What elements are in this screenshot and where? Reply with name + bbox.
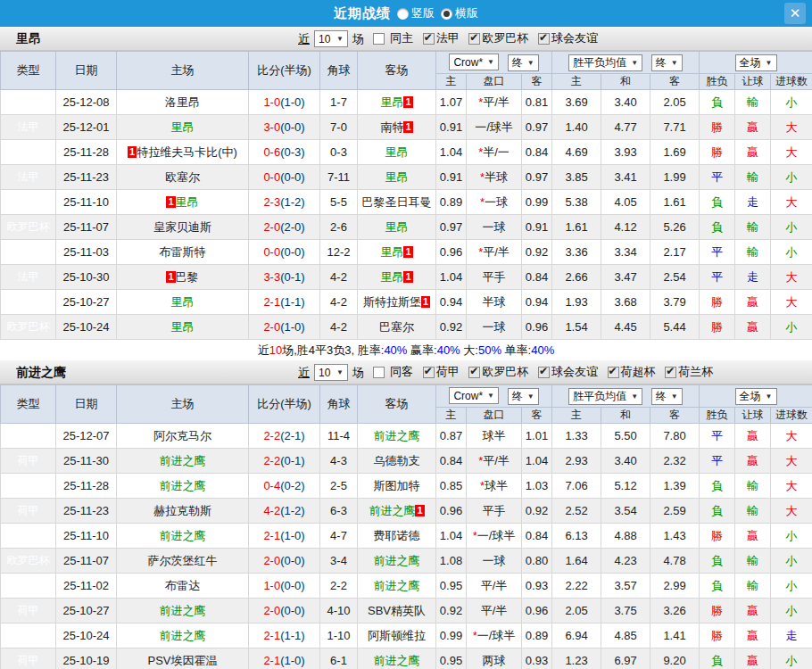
- away-team-cell[interactable]: 斯特拉斯堡1: [358, 290, 436, 315]
- away-team-cell[interactable]: 里昂1: [358, 240, 436, 265]
- away-team-cell[interactable]: 前进之鹰: [358, 424, 436, 449]
- away-team-cell[interactable]: 南特1: [358, 115, 436, 140]
- match-row[interactable]: 荷甲 25-10-19 PSV埃因霍温 2-1(1-0) 6-1 前进之鹰 0.…: [1, 648, 812, 669]
- match-row[interactable]: 荷甲 25-11-10 前进之鹰 2-1(1-0) 4-7 费耶诺德 1.04 …: [1, 524, 812, 549]
- match-row[interactable]: 法甲 25-10-27 里昂 2-1(1-1) 4-2 斯特拉斯堡1 0.94 …: [1, 290, 812, 315]
- home-team-cell[interactable]: 布雷达: [117, 574, 249, 599]
- away-team-cell[interactable]: 里昂: [358, 165, 436, 190]
- home-team-cell[interactable]: 里昂: [117, 315, 249, 340]
- avg-stage-select[interactable]: 终▼: [651, 54, 683, 71]
- away-team-cell[interactable]: 费耶诺德: [358, 524, 436, 549]
- filter-checkbox[interactable]: 欧罗巴杯: [462, 364, 528, 380]
- away-team-cell[interactable]: 前进之鹰: [358, 574, 436, 599]
- match-row[interactable]: 荷甲 25-11-23 赫拉克勒斯 4-2(1-2) 6-3 前进之鹰1 0.9…: [1, 499, 812, 524]
- checkbox-icon[interactable]: [373, 33, 385, 45]
- layout-radio-horizontal[interactable]: 横版: [441, 5, 478, 21]
- home-team-cell[interactable]: 1巴黎: [117, 265, 249, 290]
- checkbox-icon[interactable]: [608, 367, 619, 378]
- avg-type-select[interactable]: 胜平负均值▼: [568, 54, 642, 71]
- home-team-cell[interactable]: 前进之鹰: [117, 474, 249, 499]
- home-team-cell[interactable]: 里昂: [117, 115, 249, 140]
- filter-checkbox[interactable]: 同客: [364, 364, 413, 380]
- close-icon[interactable]: ✕: [784, 3, 806, 24]
- home-team-cell[interactable]: 里昂: [117, 290, 249, 315]
- home-team-cell[interactable]: 前进之鹰: [117, 449, 249, 474]
- checkbox-icon[interactable]: [538, 33, 550, 45]
- scope-select[interactable]: 全场▼: [735, 54, 777, 71]
- away-team-cell[interactable]: 巴黎圣日耳曼: [358, 190, 436, 215]
- away-team-cell[interactable]: 乌德勒支: [358, 449, 436, 474]
- home-team-cell[interactable]: 皇家贝迪斯: [117, 215, 249, 240]
- away-team-cell[interactable]: 前进之鹰: [358, 549, 436, 574]
- checkbox-icon[interactable]: [538, 367, 550, 378]
- away-team-cell[interactable]: 巴塞尔: [358, 315, 436, 340]
- odds-stage-select[interactable]: 终▼: [508, 54, 539, 71]
- away-team-cell[interactable]: 里昂1: [358, 90, 436, 115]
- filter-checkbox[interactable]: 球会友谊: [532, 364, 598, 380]
- radio-icon[interactable]: [441, 8, 452, 20]
- match-count-select[interactable]: 10▼: [314, 364, 348, 381]
- match-row[interactable]: 欧罗巴杯 25-10-24 前进之鹰 2-1(1-1) 1-10 阿斯顿维拉 0…: [1, 624, 812, 648]
- match-row[interactable]: 荷甲 25-11-02 布雷达 1-0(0-0) 2-2 前进之鹰 0.95 平…: [1, 574, 812, 599]
- checkbox-icon[interactable]: [468, 367, 480, 378]
- match-row[interactable]: 法甲 25-11-10 1里昂 2-3(1-2) 5-5 巴黎圣日耳曼 0.89…: [1, 190, 812, 215]
- home-team-cell[interactable]: 前进之鹰: [117, 599, 249, 624]
- match-row[interactable]: 欧罗巴杯 25-11-07 皇家贝迪斯 2-0(2-0) 2-6 里昂 0.97…: [1, 215, 812, 240]
- filter-checkbox[interactable]: 法甲: [417, 30, 460, 46]
- away-team-cell[interactable]: 斯图加特: [358, 474, 436, 499]
- away-team-cell[interactable]: 前进之鹰1: [358, 499, 436, 524]
- match-row[interactable]: 法甲 25-10-30 1巴黎 3-3(0-1) 4-2 里昂1 1.04 平手…: [1, 265, 812, 290]
- avg-lose-cell: 2.54: [650, 265, 700, 290]
- filter-checkbox[interactable]: 荷超杯: [601, 364, 656, 380]
- home-team-cell[interactable]: 洛里昂: [117, 90, 249, 115]
- match-row[interactable]: 荷甲 25-11-30 前进之鹰 2-2(0-1) 4-3 乌德勒支 0.84 …: [1, 449, 812, 474]
- home-team-cell[interactable]: 前进之鹰: [117, 624, 249, 648]
- odds-stage-select[interactable]: 终▼: [508, 388, 539, 405]
- away-team-cell[interactable]: SBV精英队: [358, 599, 436, 624]
- match-row[interactable]: 法甲 25-12-08 洛里昂 1-0(1-0) 1-7 里昂1 1.07 *平…: [1, 90, 812, 115]
- home-team-cell[interactable]: 萨尔茨堡红牛: [117, 549, 249, 574]
- match-row[interactable]: 荷甲 25-12-07 阿尔克马尔 2-2(2-1) 11-4 前进之鹰 0.8…: [1, 424, 812, 449]
- match-row[interactable]: 法甲 25-11-23 欧塞尔 0-0(0-0) 7-11 里昂 0.91 *半…: [1, 165, 812, 190]
- near-label[interactable]: 近: [298, 365, 310, 381]
- radio-icon[interactable]: [397, 8, 409, 20]
- bookmaker-select[interactable]: Crow*▼: [449, 387, 499, 404]
- checkbox-icon[interactable]: [665, 367, 676, 378]
- checkbox-icon[interactable]: [423, 367, 435, 378]
- away-team-cell[interactable]: 里昂: [358, 215, 436, 240]
- scope-select[interactable]: 全场▼: [735, 388, 777, 405]
- home-team-cell[interactable]: 布雷斯特: [117, 240, 249, 265]
- match-row[interactable]: 法甲 25-11-03 布雷斯特 0-0(0-0) 12-2 里昂1 0.96 …: [1, 240, 812, 265]
- match-row[interactable]: 欧罗巴杯 25-10-24 里昂 2-0(1-0) 4-2 巴塞尔 0.92 一…: [1, 315, 812, 340]
- home-team-cell[interactable]: 1特拉维夫马卡比(中): [117, 140, 249, 165]
- away-team-cell[interactable]: 前进之鹰: [358, 648, 436, 669]
- checkbox-icon[interactable]: [373, 367, 385, 378]
- home-team-cell[interactable]: 前进之鹰: [117, 524, 249, 549]
- near-label[interactable]: 近: [298, 31, 310, 47]
- match-count-select[interactable]: 10▼: [314, 30, 348, 47]
- filter-checkbox[interactable]: 欧罗巴杯: [462, 30, 528, 46]
- match-row[interactable]: 法甲 25-12-01 里昂 3-0(0-0) 7-0 南特1 0.91 一/球…: [1, 115, 812, 140]
- home-team-cell[interactable]: 1里昂: [117, 190, 249, 215]
- filter-checkbox[interactable]: 球会友谊: [532, 30, 598, 46]
- match-row[interactable]: 欧罗巴杯 25-11-07 萨尔茨堡红牛 2-0(0-0) 3-4 前进之鹰 1…: [1, 549, 812, 574]
- layout-radio-vertical[interactable]: 竖版: [397, 5, 435, 21]
- home-team-cell[interactable]: 赫拉克勒斯: [117, 499, 249, 524]
- away-team-cell[interactable]: 里昂: [358, 140, 436, 165]
- filter-checkbox[interactable]: 荷甲: [417, 364, 460, 380]
- home-team-cell[interactable]: PSV埃因霍温: [117, 648, 249, 669]
- match-row[interactable]: 欧罗巴杯 25-11-28 前进之鹰 0-4(0-2) 2-5 斯图加特 0.8…: [1, 474, 812, 499]
- bookmaker-select[interactable]: Crow*▼: [449, 54, 499, 70]
- match-row[interactable]: 荷甲 25-10-27 前进之鹰 2-0(0-0) 4-10 SBV精英队 0.…: [1, 599, 812, 624]
- checkbox-icon[interactable]: [423, 33, 435, 45]
- checkbox-icon[interactable]: [468, 33, 480, 45]
- away-team-cell[interactable]: 里昂1: [358, 265, 436, 290]
- filter-checkbox[interactable]: 荷兰杯: [659, 364, 713, 380]
- home-team-cell[interactable]: 阿尔克马尔: [117, 424, 249, 449]
- match-row[interactable]: 欧罗巴杯 25-11-28 1特拉维夫马卡比(中) 0-6(0-3) 0-3 里…: [1, 140, 812, 165]
- avg-type-select[interactable]: 胜平负均值▼: [568, 388, 642, 405]
- home-team-cell[interactable]: 欧塞尔: [117, 165, 249, 190]
- away-team-cell[interactable]: 阿斯顿维拉: [358, 624, 436, 648]
- filter-checkbox[interactable]: 同主: [364, 30, 413, 46]
- avg-stage-select[interactable]: 终▼: [651, 388, 683, 405]
